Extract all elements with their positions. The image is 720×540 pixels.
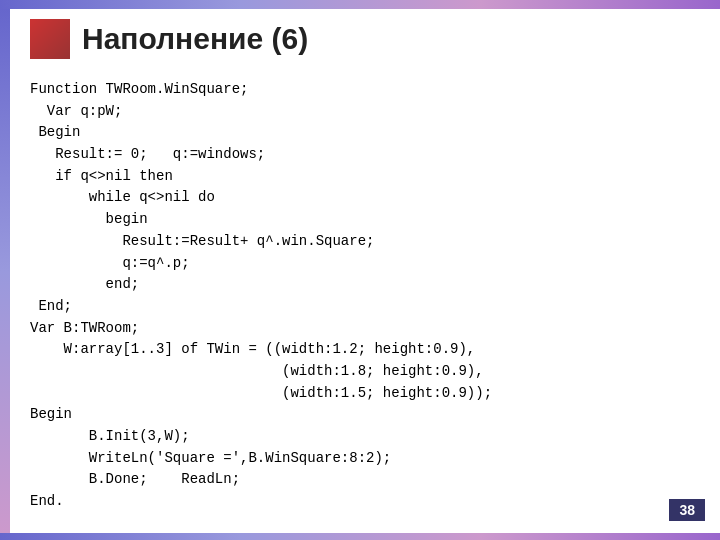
main-content: Наполнение (6) Function TWRoom.WinSquare… xyxy=(10,9,720,533)
page-number: 38 xyxy=(669,499,705,521)
title-icon xyxy=(30,19,70,59)
content-area: Наполнение (6) Function TWRoom.WinSquare… xyxy=(0,9,720,533)
slide-title: Наполнение (6) xyxy=(82,22,308,56)
code-block: Function TWRoom.WinSquare; Var q:pW; Beg… xyxy=(30,79,700,513)
title-section: Наполнение (6) xyxy=(30,19,700,64)
slide-container: Наполнение (6) Function TWRoom.WinSquare… xyxy=(0,0,720,540)
left-accent xyxy=(0,9,10,533)
top-bar xyxy=(0,0,720,9)
bottom-bar xyxy=(0,533,720,540)
